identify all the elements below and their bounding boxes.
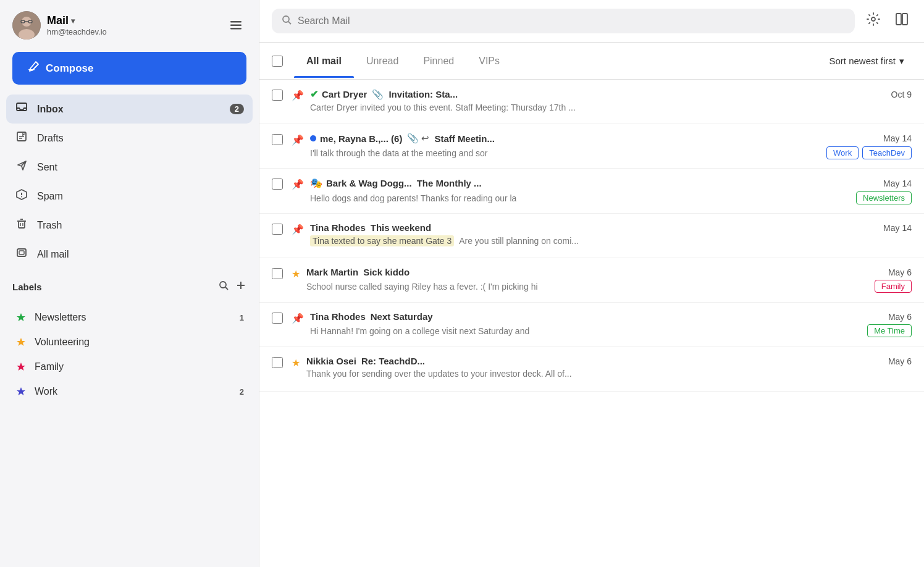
spam-icon bbox=[15, 188, 28, 204]
sort-chevron-icon: ▾ bbox=[899, 56, 904, 67]
svg-point-24 bbox=[220, 282, 226, 288]
sender-name: me, Rayna B.,... (6) bbox=[310, 133, 402, 144]
email-top: Nikkia Osei Re: TeachdD... May 6 bbox=[306, 356, 912, 366]
email-body: Nikkia Osei Re: TeachdD... May 6 Thank y… bbox=[306, 356, 912, 379]
search-box[interactable] bbox=[272, 9, 855, 33]
all-mail-label: All mail bbox=[37, 249, 244, 260]
email-icons: 📎 bbox=[372, 89, 384, 100]
trash-label: Trash bbox=[37, 220, 244, 231]
email-row[interactable]: 📌 ✔︎ Cart Dryer 📎 Invitation: Sta... Oct… bbox=[259, 80, 924, 124]
email-tags: Work TeachDev bbox=[826, 146, 912, 159]
svg-rect-22 bbox=[17, 249, 26, 256]
email-body: 🎭 Bark & Wag Dogg... The Monthly ... May… bbox=[310, 177, 912, 204]
pin-button[interactable]: 📌 bbox=[292, 90, 304, 101]
email-row[interactable]: 📌 me, Rayna B.,... (6) 📎 ↩ Staff Meetin.… bbox=[259, 124, 924, 169]
user-info[interactable]: Mail ▾ hm@teachdev.io bbox=[12, 11, 107, 40]
sender-name: Tina Rhodes bbox=[310, 311, 366, 322]
email-preview: Hi Hannah! I'm going on a college visit … bbox=[310, 324, 912, 337]
sidebar-item-spam[interactable]: Spam bbox=[6, 182, 253, 211]
tab-vips[interactable]: VIPs bbox=[466, 44, 512, 78]
tab-pinned[interactable]: Pinned bbox=[411, 44, 466, 78]
settings-button[interactable] bbox=[863, 9, 883, 33]
layout-toggle-button[interactable] bbox=[892, 9, 912, 33]
email-preview: Carter Dryer invited you to this event. … bbox=[310, 103, 912, 112]
email-date: May 6 bbox=[888, 312, 912, 322]
email-checkbox[interactable] bbox=[272, 357, 283, 368]
main-content: All mail Unread Pinned VIPs Sort newest … bbox=[259, 0, 924, 567]
star-button[interactable]: ★ bbox=[292, 268, 300, 280]
search-input[interactable] bbox=[298, 15, 845, 27]
work-badge: 2 bbox=[240, 387, 244, 397]
top-bar bbox=[259, 0, 924, 43]
labels-header: Labels bbox=[12, 280, 246, 294]
family-label: Family bbox=[35, 361, 244, 372]
label-item-work[interactable]: Work 2 bbox=[6, 379, 253, 404]
sidebar-item-sent[interactable]: Sent bbox=[6, 153, 253, 182]
email-row[interactable]: 📌 Tina Rhodes This weekend May 14 Tina t… bbox=[259, 214, 924, 258]
email-subject: Invitation: Sta... bbox=[388, 89, 880, 99]
email-checkbox[interactable] bbox=[272, 90, 283, 101]
pin-button[interactable]: 📌 bbox=[292, 134, 304, 146]
highlight-text: Tina texted to say she meant Gate 3 bbox=[310, 235, 454, 246]
star-button[interactable]: ★ bbox=[292, 357, 300, 369]
label-item-family[interactable]: Family bbox=[6, 355, 253, 379]
sidebar-item-trash[interactable]: Trash bbox=[6, 211, 253, 240]
email-top: me, Rayna B.,... (6) 📎 ↩ Staff Meetin...… bbox=[310, 133, 912, 144]
label-item-volunteering[interactable]: Volunteering bbox=[6, 330, 253, 355]
sidebar-toggle-button[interactable] bbox=[225, 15, 246, 36]
email-row[interactable]: 📌 🎭 Bark & Wag Dogg... The Monthly ... M… bbox=[259, 169, 924, 214]
select-all-checkbox[interactable] bbox=[272, 56, 283, 67]
tab-unread[interactable]: Unread bbox=[354, 44, 411, 78]
svg-line-29 bbox=[288, 22, 291, 24]
email-preview: I'll talk through the data at the meetin… bbox=[310, 146, 912, 159]
email-row[interactable]: ★ Mark Martin Sick kiddo May 6 School nu… bbox=[259, 258, 924, 303]
sender-name: ✔︎ Cart Dryer bbox=[310, 88, 367, 100]
email-top: Tina Rhodes This weekend May 14 bbox=[310, 222, 912, 233]
metime-tag: Me Time bbox=[867, 324, 912, 337]
trash-icon bbox=[15, 217, 28, 233]
sender-name: Nikkia Osei bbox=[306, 356, 356, 366]
add-label-button[interactable] bbox=[235, 280, 246, 294]
email-subject: This weekend bbox=[371, 222, 872, 233]
labels-title: Labels bbox=[12, 282, 42, 292]
sent-icon bbox=[15, 159, 28, 175]
email-checkbox[interactable] bbox=[272, 134, 283, 145]
sender-name: Mark Martin bbox=[306, 267, 358, 277]
work-label: Work bbox=[35, 386, 232, 397]
pin-button[interactable]: 📌 bbox=[292, 178, 304, 190]
sidebar-item-drafts[interactable]: Drafts bbox=[6, 124, 253, 153]
compose-button[interactable]: Compose bbox=[12, 52, 246, 85]
email-body: ✔︎ Cart Dryer 📎 Invitation: Sta... Oct 9… bbox=[310, 88, 912, 112]
sender-name: Tina Rhodes bbox=[310, 222, 366, 233]
email-checkbox[interactable] bbox=[272, 268, 283, 279]
user-email: hm@teachdev.io bbox=[47, 27, 107, 36]
tab-all-mail[interactable]: All mail bbox=[294, 44, 354, 78]
email-row[interactable]: 📌 Tina Rhodes Next Saturday May 6 Hi Han… bbox=[259, 303, 924, 347]
pin-button[interactable]: 📌 bbox=[292, 313, 304, 324]
email-tags: Me Time bbox=[867, 324, 912, 337]
email-subject: Sick kiddo bbox=[363, 267, 877, 277]
email-row[interactable]: ★ Nikkia Osei Re: TeachdD... May 6 Thank… bbox=[259, 347, 924, 392]
email-date: Oct 9 bbox=[891, 90, 912, 99]
label-item-newsletters[interactable]: Newsletters 1 bbox=[6, 305, 253, 330]
sort-button[interactable]: Sort newest first ▾ bbox=[821, 51, 912, 72]
email-checkbox[interactable] bbox=[272, 224, 283, 235]
all-mail-icon bbox=[15, 246, 28, 262]
newsletters-icon bbox=[15, 311, 27, 324]
preview-text: Carter Dryer invited you to this event. … bbox=[310, 103, 576, 112]
email-date: May 6 bbox=[888, 267, 912, 277]
labels-actions bbox=[218, 280, 246, 294]
pin-button[interactable]: 📌 bbox=[292, 224, 304, 235]
email-checkbox[interactable] bbox=[272, 178, 283, 190]
email-subject: Re: TeachdD... bbox=[361, 356, 877, 366]
email-checkbox[interactable] bbox=[272, 313, 283, 324]
compose-icon bbox=[27, 61, 40, 76]
email-top: 🎭 Bark & Wag Dogg... The Monthly ... May… bbox=[310, 177, 912, 189]
email-subject: Next Saturday bbox=[371, 311, 877, 322]
email-date: May 14 bbox=[883, 178, 912, 188]
sidebar-item-all-mail[interactable]: All mail bbox=[6, 240, 253, 269]
sidebar: Mail ▾ hm@teachdev.io Compose bbox=[0, 0, 259, 567]
search-labels-button[interactable] bbox=[218, 280, 229, 294]
user-text: Mail ▾ hm@teachdev.io bbox=[47, 14, 107, 36]
sidebar-item-inbox[interactable]: Inbox 2 bbox=[6, 94, 253, 124]
